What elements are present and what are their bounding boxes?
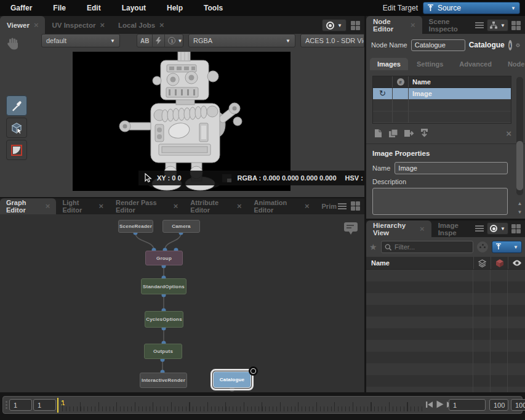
edit-target-dropdown[interactable]: Source ▼ [423,2,520,14]
end-frame-field[interactable]: 100 [511,399,525,411]
pin-scope-dropdown[interactable]: ▼ [492,241,522,253]
node-interactiverender[interactable]: InteractiveRender [140,373,187,388]
tab-local-jobs[interactable]: Local Jobs × [111,16,171,34]
remove-image-icon[interactable]: × [506,128,511,139]
bookmark-star-icon[interactable]: ★ [369,242,377,252]
close-icon[interactable]: × [174,203,178,209]
view-dropdown[interactable]: default ▼ [41,34,120,47]
close-icon[interactable]: × [98,203,103,209]
menu-file[interactable]: File [42,4,76,12]
tab-node-editor[interactable]: Node Editor × [366,16,422,34]
close-icon[interactable]: × [237,203,242,209]
annotation-bubble-icon[interactable] [343,222,358,235]
subtab-images[interactable]: Images [370,58,408,70]
node-scenereader[interactable]: SceneReader [118,220,153,233]
close-icon[interactable]: × [420,226,425,232]
pin-node-dropdown[interactable]: ▼ [487,19,508,31]
node-cyclesoptions[interactable]: CyclesOptions [145,311,183,328]
add-image-icon[interactable] [374,129,383,138]
column-header-inclusions[interactable] [473,257,491,269]
filter-options-icon[interactable] [477,241,488,252]
export-image-icon[interactable] [404,129,414,138]
node-catalogue[interactable]: Catalogue [213,371,251,388]
tab-image-inspector[interactable]: Image Inspe [431,220,475,237]
tab-attribute-editor[interactable]: Attribute Editor × [184,198,247,214]
edit-scope-button[interactable]: ▼ [487,222,508,235]
playhead[interactable] [57,398,58,413]
tab-scene-inspector[interactable]: Scene Inspecto [422,16,476,34]
gear-icon[interactable] [516,39,520,51]
image-name-input[interactable] [395,162,508,174]
display-transform-button[interactable]: ACES 1.0 - SDR Video [300,34,364,47]
frame-ruler[interactable] [62,398,424,413]
node-camera[interactable]: Camera [162,220,200,233]
extract-column-icon[interactable] [420,128,429,138]
color-picker-tool-button[interactable] [6,95,27,116]
play-icon[interactable] [436,400,444,408]
frame-stepper-dots[interactable] [6,401,7,409]
close-icon[interactable]: × [34,22,39,28]
range-start-field[interactable]: 1 [9,399,32,411]
selection-tool-button[interactable] [6,118,27,138]
node-standardoptions[interactable]: StandardOptions [141,278,186,294]
menu-layout[interactable]: Layout [111,4,156,12]
go-to-start-icon[interactable] [425,401,433,408]
column-header-visibility[interactable] [508,257,525,269]
menu-tools[interactable]: Tools [193,4,233,12]
tab-overflow-icon[interactable] [475,225,484,232]
subtab-advanced[interactable]: Advanced [452,58,499,70]
tab-uv-inspector[interactable]: UV Inspector × [45,16,111,34]
layout-grid-icon[interactable] [351,21,360,30]
column-header-exclusions[interactable] [491,257,508,269]
tab-overflow-icon[interactable] [338,203,347,209]
tab-hierarchy-view[interactable]: Hierarchy View × [366,220,431,237]
crop-window-tool-button[interactable] [6,140,27,160]
lookthrough-button[interactable]: ▼ [322,19,347,31]
subtab-settings[interactable]: Settings [409,58,451,70]
scroll-up-icon[interactable]: ▲ [516,201,523,206]
tab-animation-editor[interactable]: Animation Editor × [247,198,315,214]
scroll-down-icon[interactable]: ▼ [516,209,523,215]
scrollbar[interactable]: ▲ ▼ [516,77,523,216]
channel-dropdown[interactable]: RGBA ▼ [188,34,295,47]
close-icon[interactable]: × [159,22,164,28]
hierarchy-table-body[interactable] [366,270,525,392]
ab-compare-button[interactable]: AB [137,34,152,47]
tab-graph-editor[interactable]: Graph Editor × [0,198,56,214]
tab-prim-truncated[interactable]: Prim [316,198,338,214]
name-column-header[interactable]: Name [366,259,473,267]
node-outputs[interactable]: Outputs [144,344,182,359]
close-icon[interactable]: × [411,22,415,28]
description-textarea[interactable] [372,188,508,215]
node-name-input[interactable] [411,39,465,51]
close-icon[interactable]: × [305,203,310,209]
frame-field[interactable]: 1 [449,399,486,411]
filter-input[interactable] [395,243,470,251]
compare-image-dropdown[interactable]: 1 ▼ [164,34,185,47]
pan-tool-button[interactable] [5,35,21,51]
tab-render-pass-editor[interactable]: Render Pass Editor × [110,198,184,214]
info-icon[interactable]: i [508,40,512,50]
tab-viewer[interactable]: Viewer × [0,16,45,34]
graph-canvas[interactable]: SceneReader Camera Group StandardOptions… [0,214,364,392]
menu-gaffer[interactable]: Gaffer [0,4,42,12]
layout-grid-icon[interactable] [511,21,521,30]
image-row[interactable]: ↻ Image [373,88,511,100]
menu-edit[interactable]: Edit [76,4,111,12]
current-frame-field[interactable]: 1 [33,399,56,411]
range-end-field[interactable]: 100 [489,399,508,411]
tab-light-editor[interactable]: Light Editor × [56,198,110,214]
filter-input-wrap[interactable] [381,241,473,253]
close-icon[interactable]: × [100,22,105,28]
menu-help[interactable]: Help [156,4,193,12]
layout-grid-icon[interactable] [351,201,360,211]
name-column-header[interactable]: Name [409,76,511,87]
layout-grid-icon[interactable] [511,224,521,233]
wipe-button[interactable] [152,34,164,47]
close-icon[interactable]: × [46,203,50,209]
duplicate-image-icon[interactable] [388,129,398,138]
node-group[interactable]: Group [145,251,183,265]
tab-overflow-icon[interactable] [475,22,484,28]
subtab-node[interactable]: Node [500,58,525,70]
scrollbar-thumb[interactable] [516,141,523,190]
